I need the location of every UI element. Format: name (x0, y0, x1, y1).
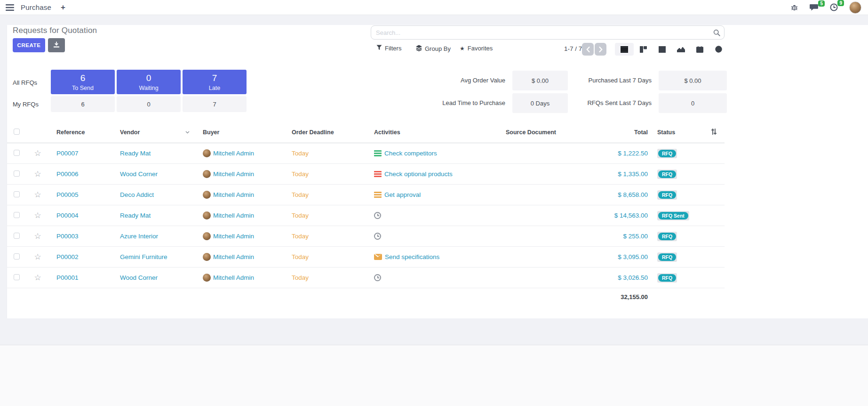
buyer-link[interactable]: Mitchell Admin (213, 171, 254, 178)
favorite-star-icon[interactable]: ☆ (34, 149, 41, 158)
row-checkbox[interactable] (14, 191, 20, 197)
activity-view-button[interactable] (709, 43, 728, 56)
order-deadline-value: Today (292, 212, 309, 219)
row-checkbox[interactable] (14, 171, 20, 177)
pivot-view-button[interactable] (653, 43, 671, 56)
row-checkbox[interactable] (14, 233, 20, 239)
buyer-avatar (203, 232, 211, 240)
buyer-link[interactable]: Mitchell Admin (213, 150, 254, 157)
activity-label[interactable]: Send specifications (385, 253, 439, 260)
activity-label[interactable]: Check optional products (384, 171, 453, 178)
reference-link[interactable]: P00005 (56, 191, 79, 198)
reference-link[interactable]: P00003 (56, 233, 79, 240)
row-checkbox[interactable] (14, 253, 20, 260)
kanban-view-button[interactable] (634, 43, 653, 56)
activities-clock-icon[interactable]: 9 (830, 3, 838, 11)
reference-link[interactable]: P00004 (56, 212, 79, 219)
activity-clock-icon[interactable] (374, 212, 381, 219)
group-by-button[interactable]: Group By (416, 45, 451, 53)
favorite-star-icon[interactable]: ☆ (34, 252, 41, 261)
activity-clock-icon[interactable] (374, 233, 381, 240)
messages-icon[interactable]: 5 (809, 4, 819, 11)
buyer-avatar (203, 191, 211, 199)
table-header-row: Reference Vendor Buyer Order Deadline Ac… (7, 122, 725, 143)
activity-label[interactable]: Check competitors (384, 150, 437, 157)
search-icon[interactable] (713, 29, 720, 38)
table-row[interactable]: ☆ P00003 Azure Interior Mitchell Admin T… (7, 226, 725, 247)
vendor-link[interactable]: Deco Addict (120, 191, 154, 198)
debug-bug-icon[interactable] (791, 4, 798, 11)
stat-tile-late[interactable]: 7Late (183, 70, 247, 94)
vendor-link[interactable]: Azure Interior (120, 233, 158, 240)
table-row[interactable]: ☆ P00005 Deco Addict Mitchell Admin Toda… (7, 185, 725, 205)
calendar-view-button[interactable] (690, 43, 709, 56)
filters-button[interactable]: Filters (376, 45, 401, 52)
control-panel: Requests for Quotation CREATE Filters (7, 25, 868, 66)
row-checkbox[interactable] (14, 150, 20, 156)
purchase-dashboard: All RFQs 6To Send 0Waiting 7Late My RFQs… (7, 66, 868, 123)
reference-link[interactable]: P00006 (56, 171, 79, 178)
favorite-star-icon[interactable]: ☆ (34, 170, 41, 179)
vendor-link[interactable]: Ready Mat (120, 150, 151, 157)
pager-previous-button[interactable] (582, 43, 594, 56)
row-checkbox[interactable] (14, 212, 20, 218)
hamburger-menu-icon[interactable] (6, 4, 14, 11)
buyer-link[interactable]: Mitchell Admin (213, 274, 254, 281)
favorites-button[interactable]: ★ Favorites (460, 45, 493, 52)
vendor-link[interactable]: Wood Corner (120, 171, 158, 178)
search-input[interactable] (371, 25, 725, 40)
table-row[interactable]: ☆ P00001 Wood Corner Mitchell Admin Toda… (7, 268, 725, 288)
activity-label[interactable]: Get approval (384, 191, 421, 198)
status-badge: RFQ (658, 274, 676, 282)
new-tab-plus-icon[interactable]: + (61, 3, 65, 11)
pager-next-button[interactable] (595, 43, 606, 56)
my-late-tile[interactable]: 7 (183, 96, 247, 112)
stat-tile-to-send[interactable]: 6To Send (51, 70, 115, 94)
header-source-document[interactable]: Source Document (499, 129, 605, 136)
row-checkbox[interactable] (14, 274, 20, 280)
header-vendor[interactable]: Vendor (113, 129, 195, 136)
buyer-link[interactable]: Mitchell Admin (213, 191, 254, 198)
favorite-star-icon[interactable]: ☆ (34, 273, 41, 282)
select-all-checkbox[interactable] (14, 129, 20, 135)
buyer-link[interactable]: Mitchell Admin (213, 253, 254, 260)
optional-columns-icon[interactable] (711, 130, 717, 137)
table-row[interactable]: ☆ P00002 Gemini Furniture Mitchell Admin… (7, 247, 725, 268)
table-row[interactable]: ☆ P00004 Ready Mat Mitchell Admin Today … (7, 205, 725, 226)
activity-clock-icon[interactable] (374, 274, 381, 281)
vendor-link[interactable]: Wood Corner (120, 274, 158, 281)
user-avatar[interactable] (849, 1, 861, 14)
header-total[interactable]: Total (605, 129, 652, 136)
vendor-link[interactable]: Gemini Furniture (120, 253, 167, 260)
favorite-star-icon[interactable]: ☆ (34, 211, 41, 220)
my-waiting-tile[interactable]: 0 (117, 96, 181, 112)
favorite-star-icon[interactable]: ☆ (34, 232, 41, 241)
app-title[interactable]: Purchase (21, 3, 51, 11)
favorite-star-icon[interactable]: ☆ (34, 190, 41, 199)
buyer-link[interactable]: Mitchell Admin (213, 212, 254, 219)
reference-link[interactable]: P00007 (56, 150, 79, 157)
stat-tile-waiting[interactable]: 0Waiting (117, 70, 181, 94)
header-reference[interactable]: Reference (49, 129, 113, 136)
activity-icon[interactable] (374, 171, 382, 177)
order-deadline-value: Today (292, 150, 309, 157)
my-to-send-tile[interactable]: 6 (51, 96, 115, 112)
reference-link[interactable]: P00002 (56, 253, 79, 260)
activity-icon[interactable] (374, 192, 382, 198)
activity-icon[interactable] (374, 150, 382, 156)
table-row[interactable]: ☆ P00007 Ready Mat Mitchell Admin Today … (7, 143, 725, 164)
list-view-button[interactable] (615, 43, 634, 56)
header-buyer[interactable]: Buyer (195, 129, 285, 136)
header-order-deadline[interactable]: Order Deadline (285, 129, 367, 136)
graph-view-button[interactable] (671, 43, 690, 56)
rfq-list-table: Reference Vendor Buyer Order Deadline Ac… (7, 122, 725, 305)
star-icon: ★ (460, 45, 465, 52)
table-row[interactable]: ☆ P00006 Wood Corner Mitchell Admin Toda… (7, 164, 725, 185)
activity-envelope-icon[interactable] (374, 254, 382, 260)
buyer-avatar (203, 253, 211, 261)
vendor-link[interactable]: Ready Mat (120, 212, 151, 219)
buyer-link[interactable]: Mitchell Admin (213, 233, 254, 240)
header-activities[interactable]: Activities (367, 129, 499, 136)
header-status[interactable]: Status (652, 129, 703, 136)
reference-link[interactable]: P00001 (56, 274, 79, 281)
